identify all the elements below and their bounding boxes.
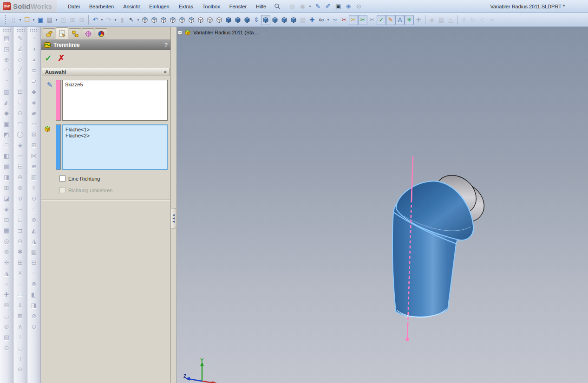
pen-select-tool-icon[interactable]: ✐ (323, 1, 333, 12)
tool-icon[interactable]: ▤ (1, 33, 12, 44)
tool-icon[interactable]: ◔ (29, 33, 39, 44)
view-right-icon[interactable] (168, 15, 177, 25)
tool-icon[interactable]: ◩ (1, 129, 12, 140)
tool-icon[interactable]: ⊡ (15, 86, 26, 97)
undo-icon[interactable]: ↶ (91, 15, 100, 25)
tool-icon[interactable]: ▭ (15, 289, 26, 300)
tool-icon[interactable]: ◳ (1, 44, 12, 54)
tool-icon[interactable]: ◪ (1, 193, 12, 204)
tab-property-manager[interactable] (56, 27, 68, 39)
menu-bearbeiten[interactable]: Bearbeiten (85, 2, 118, 11)
tool-icon[interactable]: ▧ (1, 332, 12, 343)
print-preview-icon[interactable]: ◰ (59, 15, 68, 25)
tool-icon[interactable]: ⊟ (15, 161, 26, 172)
tool-icon[interactable]: ◈ (15, 140, 26, 150)
sheetmetal-3-icon[interactable]: △ (446, 15, 455, 25)
tool-icon[interactable]: ≋ (29, 161, 39, 172)
view-settings-icon[interactable]: 6σ (317, 15, 326, 25)
view-front-icon[interactable] (140, 15, 150, 25)
tool-icon[interactable]: ◆ (1, 108, 12, 118)
tool-icon[interactable]: ┆ (15, 76, 26, 86)
zoom-cursor-icon[interactable]: ⊙ (354, 1, 363, 12)
graphics-viewport[interactable]: + Variabler Radius 2011 (Sta... Y Z (177, 27, 588, 383)
toolbar-grip[interactable] (30, 28, 38, 32)
dropdown-arrow-icon[interactable]: ▾ (100, 15, 104, 25)
sketch-curve-icon[interactable]: ∼ (330, 15, 340, 25)
tool-icon[interactable]: ◯ (15, 129, 26, 140)
tool-icon[interactable]: ⊞ (15, 257, 26, 268)
tool-icon[interactable]: ⊛ (15, 172, 26, 182)
tool-icon[interactable]: ⊃ (29, 76, 39, 86)
display-wireframe-icon[interactable] (289, 15, 298, 25)
tool-icon[interactable]: ▦ (1, 225, 12, 236)
tool-icon[interactable]: □ (1, 140, 12, 150)
filter-vertices-icon[interactable]: ✂ (367, 15, 377, 25)
new-file-icon[interactable]: ▯ (9, 15, 18, 25)
tool-icon[interactable]: ◇ (15, 54, 26, 65)
tool-icon[interactable]: ⊕ (1, 54, 12, 65)
tool-icon[interactable]: □ (15, 97, 26, 108)
tool-icon[interactable]: ⊘ (29, 311, 39, 321)
filter-add-icon[interactable]: ✛ (414, 15, 423, 25)
print-icon[interactable]: ▤ (45, 15, 54, 25)
tool-icon[interactable]: ◡ (15, 343, 26, 353)
tool-icon[interactable]: ⊠ (15, 311, 26, 321)
tool-icon[interactable]: ▦ (29, 247, 39, 257)
tool-icon[interactable]: ⊕ (29, 214, 39, 225)
tool-icon[interactable]: ⊐ (15, 225, 26, 236)
tool-icon[interactable]: ◨ (29, 300, 39, 311)
tool-icon[interactable]: ∧ (15, 321, 26, 332)
tab-display-manager[interactable] (95, 28, 107, 39)
filter-axes-icon[interactable]: ✳ (405, 15, 414, 25)
tool-icon[interactable]: ⊞ (1, 182, 12, 193)
tool-icon[interactable]: ⊟ (29, 257, 39, 268)
selected-face-item[interactable]: Fläche<2> (65, 133, 164, 139)
sheetmetal-1-icon[interactable]: ◈ (427, 15, 437, 25)
tool-icon[interactable]: ∟ (15, 214, 26, 225)
toolbar-grip[interactable] (5, 15, 7, 25)
tool-icon[interactable]: ◊ (29, 182, 39, 193)
zoom-in-icon[interactable]: ⊕ (344, 1, 353, 12)
select-icon[interactable]: ↖ (127, 15, 136, 25)
menu-ansicht[interactable]: Ansicht (118, 2, 144, 11)
move-component-icon[interactable]: ✚ (307, 15, 317, 25)
paste-icon[interactable]: ▮ (118, 15, 127, 25)
view-single-icon[interactable] (233, 15, 242, 25)
sheetmetal-5-icon[interactable]: ▷ (469, 15, 478, 25)
tool-icon[interactable]: ⊥ (15, 332, 26, 343)
tool-icon[interactable]: ◭ (29, 225, 39, 236)
tool-icon[interactable]: ◎ (1, 236, 12, 247)
tree-expander[interactable]: + (178, 31, 182, 35)
selected-sketch-item[interactable]: Skizze5 (65, 82, 165, 88)
tool-icon[interactable]: ⊙ (29, 193, 39, 204)
view-back-icon[interactable] (150, 15, 159, 25)
menu-datei[interactable]: Datei (63, 2, 85, 11)
sketch-selection-box[interactable]: Skizze5 (62, 80, 168, 121)
tool-icon[interactable]: ✱ (15, 247, 26, 257)
view-normal-to-icon[interactable] (224, 15, 233, 25)
tab-dimxpert-manager[interactable] (82, 28, 94, 39)
menu-fenster[interactable]: Fenster (225, 2, 251, 11)
view-isometric-icon[interactable] (196, 15, 205, 25)
tool-icon[interactable]: ∪ (15, 193, 26, 204)
tool-icon[interactable]: ▱ (29, 118, 39, 129)
tool-icon[interactable]: ▱ (15, 150, 26, 161)
tool-icon[interactable]: ∠ (15, 44, 26, 54)
tool-icon[interactable]: ⊚ (1, 247, 12, 257)
open-file-icon[interactable]: ❒ (22, 15, 32, 25)
ok-button[interactable]: ✓ (45, 53, 52, 64)
tab-configuration-manager[interactable] (69, 28, 81, 39)
help-button[interactable]: ? (164, 42, 168, 48)
tool-icon[interactable]: ◮ (29, 236, 39, 247)
tool-icon[interactable]: ⊙ (15, 108, 26, 118)
display-hidden-lines-icon[interactable] (280, 15, 289, 25)
tool-icon[interactable]: ⊘ (15, 236, 26, 247)
tool-icon[interactable]: ⊂ (29, 65, 39, 76)
tool-icon[interactable]: ◈ (29, 97, 39, 108)
tool-icon[interactable]: ◌ (15, 279, 26, 289)
rotate-view-icon[interactable]: ⇕ (252, 15, 261, 25)
tab-feature-manager[interactable] (43, 28, 55, 39)
tool-icon[interactable]: ◧ (29, 289, 39, 300)
panel-splitter[interactable]: ◀ ◀ ◀ (171, 27, 176, 383)
filter-edges-icon[interactable]: ✂ (358, 15, 367, 25)
